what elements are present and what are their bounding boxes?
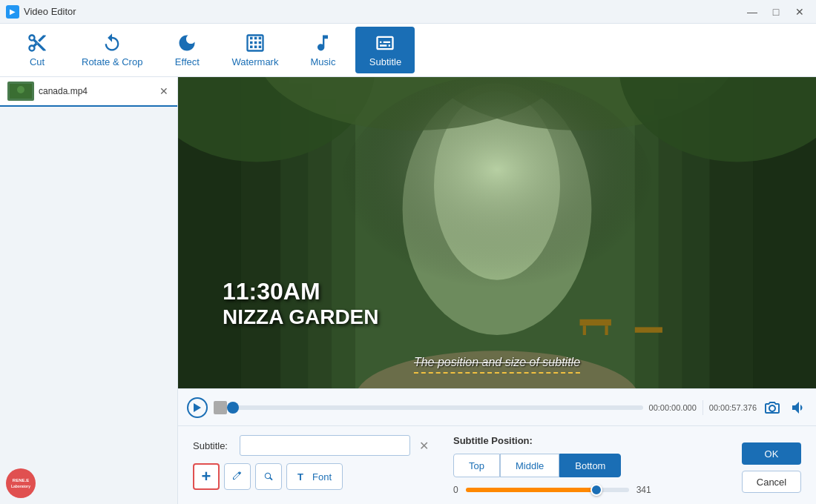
search-subtitle-button[interactable] (255, 463, 282, 490)
slider-row: 0 341 (453, 485, 651, 495)
add-subtitle-button[interactable]: + (193, 463, 220, 490)
font-button-label: Font (312, 471, 332, 483)
file-close-button[interactable]: ✕ (158, 85, 170, 97)
action-buttons: + T Font (193, 463, 431, 490)
file-name: canada.mp4 (39, 86, 88, 96)
time-end: 00:00:57.376 (709, 403, 757, 412)
svg-text:RENE.E: RENE.E (13, 478, 29, 483)
position-bottom-button[interactable]: Bottom (559, 454, 621, 477)
maximize-button[interactable]: □ (766, 4, 786, 20)
font-button[interactable]: T Font (286, 463, 343, 490)
svg-text:T: T (297, 471, 303, 482)
video-section: 11:30AM NIZZA GARDEN The position and si… (178, 77, 816, 504)
slider-handle[interactable] (590, 484, 602, 496)
slider-max: 341 (636, 485, 651, 495)
divider (703, 400, 703, 415)
video-time: 11:30AM (223, 278, 379, 305)
subtitle-label: Subtitle: (193, 440, 234, 451)
svg-rect-26 (635, 327, 662, 332)
position-buttons: Top Middle Bottom (453, 454, 651, 477)
svg-marker-28 (194, 403, 201, 412)
video-preview: 11:30AM NIZZA GARDEN The position and si… (178, 77, 816, 388)
svg-rect-23 (579, 319, 611, 325)
close-button[interactable]: ✕ (789, 4, 810, 20)
brand-logo: RENE.E Laboratory (6, 468, 36, 498)
position-middle-button[interactable]: Middle (500, 454, 559, 477)
svg-rect-25 (605, 325, 608, 335)
svg-text:Laboratory: Laboratory (11, 484, 30, 488)
subtitle-clear-button[interactable]: ✕ (416, 438, 431, 453)
subtitle-input-section: Subtitle: ✕ + T Font (193, 435, 431, 490)
position-top-button[interactable]: Top (453, 454, 500, 477)
app-icon: ▶ (6, 5, 19, 19)
file-tab[interactable]: canada.mp4 ✕ (0, 77, 177, 107)
branding: RENE.E Laboratory (6, 468, 36, 498)
app-title: Video Editor (24, 6, 76, 17)
edit-subtitle-button[interactable] (224, 463, 251, 490)
tab-watermark[interactable]: Watermark (220, 27, 290, 73)
subtitle-overlay: The position and size of subtitle (414, 356, 580, 374)
position-title: Subtitle Position: (453, 435, 651, 446)
svg-point-27 (340, 77, 655, 311)
tab-rotate[interactable]: Rotate & Crop (70, 27, 154, 73)
subtitle-position-section: Subtitle Position: Top Middle Bottom 0 3… (453, 435, 651, 495)
video-location: NIZZA GARDEN (223, 305, 379, 329)
minimize-button[interactable]: — (742, 4, 763, 20)
tab-subtitle[interactable]: Subtitle (355, 27, 415, 73)
title-bar-left: ▶ Video Editor (6, 5, 76, 19)
subtitle-input[interactable] (240, 435, 410, 456)
volume-button[interactable] (788, 398, 807, 417)
progress-bar[interactable] (233, 405, 643, 410)
cancel-button[interactable]: Cancel (742, 471, 801, 493)
svg-point-1 (17, 86, 24, 93)
tab-cut[interactable]: Cut (7, 27, 67, 73)
tab-subtitle-label: Subtitle (369, 56, 401, 67)
tab-watermark-label: Watermark (231, 56, 278, 67)
tab-music-label: Music (310, 56, 335, 67)
svg-point-2 (7, 470, 34, 497)
position-slider[interactable] (466, 488, 629, 492)
window-controls: — □ ✕ (742, 4, 810, 20)
tab-effect[interactable]: Effect (157, 27, 217, 73)
tab-effect-label: Effect (175, 56, 200, 67)
video-overlay-text: 11:30AM NIZZA GARDEN (223, 278, 379, 329)
main-area: canada.mp4 ✕ RENE.E Laboratory (0, 77, 816, 504)
sidebar: canada.mp4 ✕ RENE.E Laboratory (0, 77, 178, 504)
play-button[interactable] (187, 397, 208, 418)
toolbar: Cut Rotate & Crop Effect Watermark Music… (0, 24, 816, 77)
progress-handle[interactable] (227, 402, 239, 414)
title-bar: ▶ Video Editor — □ ✕ (0, 0, 816, 24)
slider-min: 0 (453, 485, 458, 495)
ok-button[interactable]: OK (742, 442, 801, 465)
tab-cut-label: Cut (30, 56, 45, 67)
stop-button[interactable] (214, 401, 227, 414)
file-thumbnail (7, 82, 34, 101)
subtitle-row: Subtitle: ✕ (193, 435, 431, 456)
dialog-buttons: OK Cancel (742, 435, 801, 493)
tab-rotate-label: Rotate & Crop (82, 56, 142, 67)
video-container: 11:30AM NIZZA GARDEN The position and si… (178, 77, 816, 388)
svg-rect-24 (583, 325, 586, 335)
time-start: 00:00:00.000 (649, 403, 697, 412)
screenshot-button[interactable] (763, 398, 782, 417)
tab-music[interactable]: Music (293, 27, 352, 73)
bottom-panel: Subtitle: ✕ + T Font (178, 425, 816, 504)
transport-bar: 00:00:00.000 00:00:57.376 (178, 388, 816, 425)
